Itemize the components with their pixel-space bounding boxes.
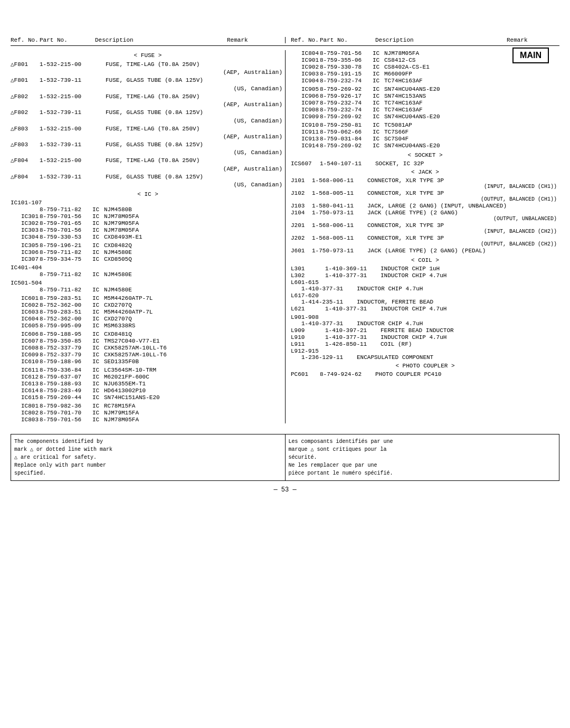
main-label: MAIN xyxy=(512,48,549,63)
coil-l617-620: L617-620 1-414-235-11 INDUCTOR, FERRITE … xyxy=(291,292,559,305)
ic-row: IC605 8-759-995-09 IC MSM6338RS xyxy=(21,323,285,329)
ic-row: IC611 8-759-336-84 IC LC3564SM-10-TRM xyxy=(21,367,285,373)
r-ic-row: IC909 8-759-269-92 IC SN74HCU04ANS-E20 xyxy=(301,114,559,120)
fuse-pn: 1-532-739-11 xyxy=(40,77,95,84)
ic-row: IC604 8-752-362-00 IC CXD2707Q xyxy=(21,316,285,322)
ic-row: IC602 8-752-362-00 IC CXD2707Q xyxy=(21,302,285,308)
fuse-type xyxy=(95,77,106,84)
ic-row: IC302 8-759-701-65 IC NJM79M05FA xyxy=(21,220,285,226)
jack-j202: J202 1-568-005-11 CONNECTOR, XLR TYPE 3P… xyxy=(291,235,559,247)
ic-row: IC801 8-759-982-36 IC RC78M15FA xyxy=(21,403,285,409)
header-remark-right: Remark xyxy=(507,37,559,43)
footer-note: The components identified by mark △ or d… xyxy=(11,434,559,481)
page-number: — 53 — xyxy=(11,486,559,494)
socket-header: < SOCKET > xyxy=(291,152,559,158)
ic-range-401-404: IC401-404 xyxy=(11,264,285,271)
r-ic-row: IC910 8-759-250-81 IC TC5081AP xyxy=(301,122,559,128)
coil-l909: L909 1-410-397-21 FERRITE BEAD INDUCTOR xyxy=(291,327,559,334)
jack-header: < JACK > xyxy=(291,169,559,175)
coil-l910: L910 1-410-377-31 INDUCTOR CHIP 4.7uH xyxy=(291,334,559,341)
left-panel: < FUSE > △F801 1-532-215-00 FUSE, TIME-L… xyxy=(11,50,285,423)
ic-row: 8-759-711-82 IC NJM4580E xyxy=(21,271,285,278)
coil-header: < COIL > xyxy=(291,257,559,263)
r-ic-row: IC906 8-759-926-17 IC SN74HC153ANS xyxy=(301,93,559,99)
r-ic-row: IC911 8-759-062-66 IC TC7S66F xyxy=(301,129,559,135)
footer-left: The components identified by mark △ or d… xyxy=(11,434,286,480)
coil-l301: L301 1-410-369-11 INDUCTOR CHIP 1uH xyxy=(291,266,559,272)
ic-row: IC606 8-759-188-95 IC CXD8481Q xyxy=(21,331,285,337)
coil-l911: L911 1-426-850-11 COIL (RF) xyxy=(291,341,559,347)
jack-j103: J103 1-580-041-11 JACK, LARGE (2 GANG) (… xyxy=(291,203,559,209)
jack-j201: J201 1-568-006-11 CONNECTOR, XLR TYPE 3P… xyxy=(291,222,559,234)
header-desc-left: Description xyxy=(95,37,227,43)
coil-l621: L621 1-410-377-31 INDUCTOR CHIP 4.7uH xyxy=(291,306,559,312)
jack-j104: J104 1-750-973-11 JACK (LARGE TYPE) (2 G… xyxy=(291,210,559,222)
fuse-type xyxy=(95,61,106,69)
ic-row: IC614 8-759-283-49 IC HD6413002P10 xyxy=(21,387,285,394)
fuse-f804-2: △F804 1-532-739-11 FUSE, GLASS TUBE (0.8… xyxy=(11,173,285,181)
fuse-f801-2: △F801 1-532-739-11 FUSE, GLASS TUBE (0.8… xyxy=(11,77,285,84)
ic-row: IC613 8-759-188-93 IC NJU6355EM-T1 xyxy=(21,381,285,387)
r-ic-row: IC904 8-759-232-74 IC TC74HC163AF xyxy=(301,78,559,84)
header-desc-right: Description xyxy=(375,37,507,43)
fuse-ref: △F801 xyxy=(11,61,40,69)
coil-l901-908: L901-908 1-410-377-31 INDUCTOR CHIP 4.7u… xyxy=(291,314,559,327)
header-partno-left: Part No. xyxy=(40,37,95,43)
photo-coupler-header: < PHOTO COUPLER > xyxy=(291,363,559,369)
ic-row: IC304 8-759-330-53 IC CXD8493M-E1 xyxy=(21,234,285,240)
ic-row: IC603 8-759-283-51 IC M5M44260ATP-7L xyxy=(21,309,285,315)
photo-coupler-pc601: PC601 8-749-924-62 PHOTO COUPLER PC410 xyxy=(291,371,559,377)
ic-row: IC609 8-752-337-79 IC CXK58257AM-10LL-T6 xyxy=(21,352,285,358)
fuse-f804-1: △F804 1-532-215-00 FUSE, TIME-LAG (T0.8A… xyxy=(11,157,285,165)
ic-row: IC306 8-759-711-82 IC NJM4580E xyxy=(21,249,285,256)
jack-j102: J102 1-568-005-11 CONNECTOR, XLR TYPE 3P… xyxy=(291,190,559,202)
ic-row: IC601 8-759-283-51 IC M5M44260ATP-7L xyxy=(21,295,285,301)
jack-j601: J601 1-750-973-11 JACK (LARGE TYPE) (2 G… xyxy=(291,248,559,254)
coil-l912-915: L912-915 1-236-129-11 ENCAPSULATED COMPO… xyxy=(291,348,559,361)
ic-row: IC301 8-759-701-56 IC NJM78M05FA xyxy=(21,213,285,220)
ic-row: IC608 8-752-337-79 IC CXK58257AM-10LL-T6 xyxy=(21,345,285,351)
r-ic-row: IC902 8-759-330-78 IC CS8402A-CS-E1 xyxy=(301,64,559,70)
footer-right: Les composants identifiés par une marque… xyxy=(286,434,559,480)
fuse-f803-1: △F803 1-532-215-00 FUSE, TIME-LAG (T0.8A… xyxy=(11,125,285,133)
ic-row: IC802 8-759-701-70 IC NJM79M15FA xyxy=(21,410,285,416)
header-partno-right: Part No. xyxy=(320,37,375,43)
fuse-desc: FUSE, GLASS TUBE (0.8A 125V) xyxy=(106,77,285,84)
coil-l302: L302 1-410-377-31 INDUCTOR CHIP 4.7uH xyxy=(291,272,559,279)
r-ic-row: IC903 8-759-191-15 IC M66009FP xyxy=(301,71,559,77)
header-refno-right: Ref. No. xyxy=(291,37,320,43)
ic-row: IC612 8-759-637-07 IC M62021FP-600C xyxy=(21,374,285,380)
ic-row: IC305 8-759-196-21 IC CXD8482Q xyxy=(21,242,285,249)
socket-row: ICS607 1-540-107-11 SOCKET, IC 32P xyxy=(291,160,559,167)
r-ic-row: IC913 8-759-031-84 IC SC7S04F xyxy=(301,136,559,142)
fuse-f803-2: △F803 1-532-739-11 FUSE, GLASS TUBE (0.8… xyxy=(11,141,285,149)
ic-row: 8-759-711-82 IC NJM4580E xyxy=(21,287,285,293)
r-ic-row: IC905 8-759-269-92 IC SN74HCU04ANS-E20 xyxy=(301,86,559,92)
ic-range-101-107: IC101-107 xyxy=(11,200,285,206)
ic-row: IC307 8-759-334-75 IC CXD8505Q xyxy=(21,256,285,262)
jack-j101: J101 1-568-006-11 CONNECTOR, XLR TYPE 3P… xyxy=(291,177,559,190)
fuse-ref: △F801 xyxy=(11,77,40,84)
ic-row: 8-759-711-82 IC NJM4580B xyxy=(21,206,285,213)
fuse-f802-1: △F802 1-532-215-00 FUSE, TIME-LAG (T0.8A… xyxy=(11,93,285,101)
r-ic-row: IC907 8-759-232-74 IC TC74HC163AF xyxy=(301,100,559,106)
r-ic-row: IC914 8-759-269-92 IC SN74HCU04ANS-E20 xyxy=(301,143,559,149)
ic-row: IC803 8-759-701-56 IC NJM78M05FA xyxy=(21,417,285,423)
header-remark-left: Remark xyxy=(227,37,285,43)
fuse-desc: FUSE, TIME-LAG (T0.8A 250V) xyxy=(106,61,285,69)
fuse-header: < FUSE > xyxy=(11,52,285,59)
ic-row: IC615 8-759-269-44 IC SN74HC151ANS-E20 xyxy=(21,394,285,401)
ic-row: IC607 8-759-350-85 IC TMS27C040-V77-E1 xyxy=(21,338,285,344)
ic-row: IC303 8-759-701-56 IC NJM78M05FA xyxy=(21,227,285,233)
ic-range-501-504: IC501-504 xyxy=(11,280,285,286)
header-refno-left: Ref. No. xyxy=(11,37,40,43)
r-ic-row: IC908 8-759-232-74 IC TC74HC163AF xyxy=(301,107,559,113)
coil-l601-615: L601-615 1-410-377-31 INDUCTOR CHIP 4.7u… xyxy=(291,279,559,292)
fuse-f801-1-remark: (AEP, Australian) xyxy=(11,69,285,75)
fuse-pn: 1-532-215-00 xyxy=(40,61,95,69)
fuse-f801-1: △F801 1-532-215-00 FUSE, TIME-LAG (T0.8A… xyxy=(11,61,285,69)
right-panel: IC804 8-759-701-56 IC NJM78M05FA IC901 8… xyxy=(285,50,559,423)
page-wrapper: MAIN Ref. No. Part No. Description Remar… xyxy=(11,37,559,494)
fuse-f802-2: △F802 1-532-739-11 FUSE, GLASS TUBE (0.8… xyxy=(11,109,285,117)
ic-row: IC610 8-759-188-96 IC SED1335F0B xyxy=(21,358,285,365)
